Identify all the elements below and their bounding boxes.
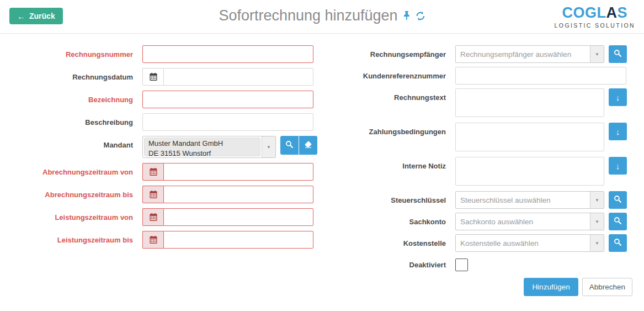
interne-notiz-textarea[interactable] (455, 157, 604, 186)
calendar-icon[interactable] (142, 208, 163, 226)
kundenreferenznummer-label: Kundenreferenznummer (350, 67, 455, 81)
arrow-down-icon: ↓ (616, 93, 620, 102)
kostenstelle-select[interactable]: Kostenstelle auswählen ▼ (455, 234, 604, 252)
field-beschreibung: Beschreibung (10, 113, 315, 131)
field-sachkonto: Sachkonto Sachkonto auswählen ▼ (350, 213, 626, 230)
header-bar: ← Zurück Sofortrechnung hinzufügen (0, 0, 644, 34)
coglas-logo: COGLAS LOGISTIC SOLUTION (555, 5, 635, 29)
abrechnungszeitraum-bis-input[interactable] (163, 186, 313, 203)
sachkonto-search-button[interactable] (609, 213, 627, 230)
rechnungsnummer-label: Rechnungsnummer (10, 45, 142, 59)
leistungszeitraum-von-input[interactable] (163, 208, 313, 226)
refresh-icon[interactable] (416, 11, 425, 21)
search-icon (614, 49, 622, 59)
chevron-down-icon[interactable]: ▼ (590, 192, 604, 208)
field-rechnungsdatum: Rechnungsdatum (10, 68, 315, 86)
field-leistungszeitraum-bis: Leistungszeitraum bis (10, 231, 315, 249)
steuerschluessel-search-button[interactable] (609, 191, 627, 209)
kostenstelle-search-button[interactable] (609, 234, 627, 252)
steuerschluessel-select[interactable]: Steuerschlüssel auswählen ▼ (455, 191, 604, 209)
calendar-icon[interactable] (142, 231, 163, 249)
logo-wordmark: COGLAS (555, 5, 635, 22)
sachkonto-label: Sachkonto (350, 213, 455, 226)
mandant-select[interactable]: Muster Mandant GmbH DE 31515 Wunstorf ▼ (142, 136, 276, 158)
rechnungsnummer-input[interactable] (142, 45, 313, 63)
abrechnungszeitraum-von-label: Abrechnungszeitraum von (10, 163, 142, 177)
kundenreferenznummer-input[interactable] (455, 67, 626, 85)
mandant-label: Mandant (10, 136, 142, 150)
interne-notiz-insert-button[interactable]: ↓ (609, 157, 627, 175)
form-area: Rechnungsnummer Rechnungsdatum Bezeichnu… (0, 34, 644, 275)
sachkonto-select[interactable]: Sachkonto auswählen ▼ (455, 213, 604, 230)
rechnungstext-insert-button[interactable]: ↓ (609, 88, 627, 106)
eraser-icon (304, 140, 312, 150)
rechnungsempfaenger-select[interactable]: Rechnungsempfänger auswählen ▼ (455, 45, 604, 63)
field-leistungszeitraum-von: Leistungszeitraum von (10, 208, 315, 226)
sachkonto-placeholder: Sachkonto auswählen (456, 213, 590, 230)
field-kundenreferenznummer: Kundenreferenznummer (350, 67, 626, 85)
bezeichnung-input[interactable] (142, 91, 313, 108)
arrow-down-icon: ↓ (616, 162, 620, 170)
zahlungsbedingungen-insert-button[interactable]: ↓ (609, 123, 627, 140)
footer-actions: Hinzufügen Abbrechen (524, 278, 632, 296)
field-interne-notiz: Interne Notiz ↓ (350, 157, 626, 186)
pin-icon[interactable] (403, 11, 411, 20)
field-steuerschluessel: Steuerschlüssel Steuerschlüssel auswähle… (350, 191, 626, 209)
zahlungsbedingungen-label: Zahlungsbedingungen (350, 123, 455, 136)
kostenstelle-label: Kostenstelle (350, 234, 455, 248)
submit-button[interactable]: Hinzufügen (524, 278, 578, 296)
leistungszeitraum-von-label: Leistungszeitraum von (10, 208, 142, 222)
mandant-clear-button[interactable] (299, 136, 317, 155)
rechnungstext-label: Rechnungstext (350, 88, 455, 102)
calendar-icon[interactable] (142, 186, 163, 203)
mandant-search-button[interactable] (280, 136, 299, 155)
cancel-button[interactable]: Abbrechen (582, 278, 632, 296)
rechnungsdatum-label: Rechnungsdatum (10, 68, 142, 82)
field-rechnungsnummer: Rechnungsnummer (10, 45, 315, 63)
chevron-down-icon[interactable]: ▼ (590, 235, 604, 251)
calendar-icon[interactable] (142, 163, 163, 181)
search-icon (285, 140, 294, 150)
chevron-down-icon[interactable]: ▼ (590, 46, 604, 62)
deaktiviert-checkbox[interactable] (455, 259, 468, 271)
field-abrechnungszeitraum-bis: Abrechnungszeitraum bis (10, 186, 315, 203)
steuerschluessel-label: Steuerschlüssel (350, 191, 455, 205)
mandant-selected-value: Muster Mandant GmbH DE 31515 Wunstorf (144, 138, 260, 156)
field-rechnungsempfaenger: Rechnungsempfänger Rechnungsempfänger au… (350, 45, 626, 63)
logo-subtitle: LOGISTIC SOLUTION (555, 22, 635, 29)
form-column-right: Rechnungsempfänger Rechnungsempfänger au… (350, 45, 626, 275)
deaktiviert-label: Deaktiviert (350, 256, 455, 270)
form-column-left: Rechnungsnummer Rechnungsdatum Bezeichnu… (10, 45, 315, 275)
chevron-down-icon[interactable]: ▼ (262, 136, 275, 157)
back-button[interactable]: ← Zurück (9, 8, 63, 24)
interne-notiz-label: Interne Notiz (350, 157, 455, 171)
arrow-left-icon: ← (17, 12, 25, 20)
field-abrechnungszeitraum-von: Abrechnungszeitraum von (10, 163, 315, 181)
search-icon (614, 195, 622, 205)
field-deaktiviert: Deaktiviert (350, 256, 626, 271)
page-title-area: Sofortrechnung hinzufügen (219, 7, 425, 24)
leistungszeitraum-bis-label: Leistungszeitraum bis (10, 231, 142, 245)
field-zahlungsbedingungen: Zahlungsbedingungen ↓ (350, 123, 626, 151)
beschreibung-label: Beschreibung (10, 113, 142, 127)
rechnungsempfaenger-label: Rechnungsempfänger (350, 45, 455, 59)
abrechnungszeitraum-bis-label: Abrechnungszeitraum bis (10, 186, 142, 199)
abrechnungszeitraum-von-input[interactable] (163, 163, 313, 181)
leistungszeitraum-bis-input[interactable] (163, 231, 313, 249)
rechnungsdatum-input[interactable] (163, 68, 313, 86)
calendar-icon[interactable] (142, 68, 163, 86)
rechnungsempfaenger-placeholder: Rechnungsempfänger auswählen (456, 46, 590, 62)
rechnungstext-textarea[interactable] (455, 88, 604, 117)
field-rechnungstext: Rechnungstext ↓ (350, 88, 626, 117)
steuerschluessel-placeholder: Steuerschlüssel auswählen (456, 192, 590, 208)
arrow-down-icon: ↓ (616, 128, 620, 136)
zahlungsbedingungen-textarea[interactable] (455, 123, 604, 151)
page-title: Sofortrechnung hinzufügen (219, 7, 397, 24)
kostenstelle-placeholder: Kostenstelle auswählen (456, 235, 590, 251)
beschreibung-input[interactable] (142, 113, 313, 131)
search-icon (614, 217, 622, 226)
search-icon (614, 238, 622, 248)
chevron-down-icon[interactable]: ▼ (590, 213, 604, 230)
rechnungsempfaenger-search-button[interactable] (609, 45, 627, 63)
sofortrechnung-add-page: ← Zurück Sofortrechnung hinzufügen (0, 0, 644, 311)
